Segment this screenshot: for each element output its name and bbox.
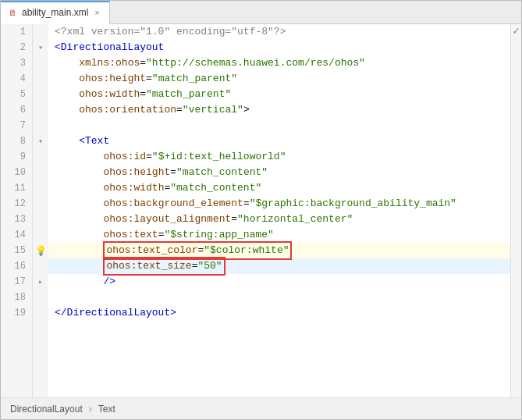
code-line-13: ohos:layout_alignment="horizontal_center…	[48, 212, 510, 227]
gutter-15: 💡	[33, 243, 48, 258]
dir-close-tag: </DirectionalLayout>	[55, 305, 176, 321]
line-num-2: 2	[1, 40, 32, 55]
text-size-highlighted: ohos:text_size="50"	[103, 257, 225, 276]
editor-main: 1 2 3 4 5 6 7 8 9 10 11 12 13 14 15 16 1…	[1, 24, 521, 397]
collapse-icon-17[interactable]: ▸	[38, 277, 43, 287]
gutter-14	[33, 227, 48, 243]
code-line-19: </DirectionalLayout>	[48, 305, 510, 321]
gutter-19	[33, 305, 48, 321]
th-attr: ohos:height	[103, 165, 170, 180]
status-bar: DirectionalLayout › Text	[1, 397, 521, 419]
line-num-15: 15	[1, 243, 32, 258]
code-line-16: ohos:text_size="50"	[48, 258, 510, 274]
bg-attr: ohos:background_element	[103, 196, 243, 212]
line-num-14: 14	[1, 227, 32, 243]
xmlns-attr: xmlns:ohos	[79, 55, 140, 71]
gutter-3	[33, 55, 48, 71]
height-attr: ohos:height	[79, 71, 146, 87]
code-line-17: />	[48, 274, 510, 290]
gutter-16	[33, 258, 48, 274]
th-val: "match_content"	[176, 165, 268, 180]
bg-val: "$graphic:background_ability_main"	[250, 196, 456, 212]
collapse-icon-2[interactable]: ▾	[38, 43, 43, 52]
line-num-18: 18	[1, 290, 32, 305]
line-num-12: 12	[1, 196, 32, 212]
id-val: "$+id:text_helloworld"	[152, 149, 286, 165]
width-attr: ohos:width	[79, 87, 140, 102]
line-num-13: 13	[1, 212, 32, 227]
line-num-4: 4	[1, 71, 32, 87]
gutter-13	[33, 212, 48, 227]
gutter-10	[33, 165, 48, 180]
line-numbers: 1 2 3 4 5 6 7 8 9 10 11 12 13 14 15 16 1…	[1, 24, 33, 397]
code-line-15: ohos:text_color="$color:white"	[48, 243, 510, 258]
code-content[interactable]: <?xml version="1.0" encoding="utf-8"?> <…	[48, 24, 510, 397]
checkmark-icon: ✓	[513, 24, 519, 37]
gutter-18	[33, 290, 48, 305]
editor-window: 🗎 ability_main.xml × 1 2 3 4 5 6 7 8 9 1…	[0, 0, 522, 420]
self-close-tag: />	[103, 274, 115, 290]
orient-attr: ohos:orientation	[79, 102, 176, 118]
code-line-6: ohos:orientation="vertical">	[48, 102, 510, 118]
code-line-10: ohos:height="match_content"	[48, 165, 510, 180]
code-line-1: <?xml version="1.0" encoding="utf-8"?>	[48, 24, 510, 40]
tab-close-button[interactable]: ×	[93, 8, 101, 17]
line-num-6: 6	[1, 102, 32, 118]
tw-val: "match_content"	[170, 180, 261, 196]
code-line-12: ohos:background_element="$graphic:backgr…	[48, 196, 510, 212]
editor-area[interactable]: 1 2 3 4 5 6 7 8 9 10 11 12 13 14 15 16 1…	[1, 24, 521, 397]
gutter-5	[33, 87, 48, 102]
code-line-3: xmlns:ohos="http://schemas.huawei.com/re…	[48, 55, 510, 71]
gutter-1	[33, 24, 48, 40]
right-gutter: ✓	[510, 24, 521, 397]
warning-icon-15: 💡	[35, 245, 47, 257]
text-val: "$string:app_name"	[164, 227, 273, 243]
dir-layout-tag: <DirectionalLayout	[55, 40, 164, 55]
gutter-11	[33, 180, 48, 196]
line-num-5: 5	[1, 87, 32, 102]
gutter-6	[33, 102, 48, 118]
line-num-19: 19	[1, 305, 32, 321]
ts-val: "50"	[197, 260, 222, 272]
id-attr: ohos:id	[103, 149, 146, 165]
code-line-11: ohos:width="match_content"	[48, 180, 510, 196]
breadcrumb-sep: ›	[89, 404, 92, 415]
line-num-1: 1	[1, 24, 32, 40]
orient-val: "vertical"	[183, 102, 243, 118]
gutter-2[interactable]: ▾	[33, 40, 48, 55]
tc-val: "$color:white"	[204, 244, 289, 256]
text-attr: ohos:text	[103, 227, 158, 243]
code-line-9: ohos:id="$+id:text_helloworld"	[48, 149, 510, 165]
line-num-17: 17	[1, 274, 32, 290]
collapse-icon-8[interactable]: ▾	[38, 137, 43, 146]
gutter-8[interactable]: ▾	[33, 133, 48, 149]
code-line-8: <Text	[48, 133, 510, 149]
line-num-11: 11	[1, 180, 32, 196]
gutter-9	[33, 149, 48, 165]
line-num-16: 16	[1, 258, 32, 274]
xmlns-val: "http://schemas.huawei.com/res/ohos"	[146, 55, 365, 71]
ts-attr: ohos:text_size	[106, 260, 191, 272]
code-line-2: <DirectionalLayout	[48, 40, 510, 55]
line-num-8: 8	[1, 133, 32, 149]
code-line-5: ohos:width="match_parent"	[48, 87, 510, 102]
line-num-10: 10	[1, 165, 32, 180]
line-num-9: 9	[1, 149, 32, 165]
code-line-7	[48, 118, 510, 133]
gutter-17[interactable]: ▸	[33, 274, 48, 290]
text-tag: <Text	[79, 133, 109, 149]
code-line-14: ohos:text="$string:app_name"	[48, 227, 510, 243]
align-val: "horizontal_center"	[237, 212, 353, 227]
tab-bar: 🗎 ability_main.xml ×	[1, 1, 521, 24]
xml-file-icon: 🗎	[9, 8, 17, 17]
tab-label: ability_main.xml	[22, 7, 88, 18]
height-val: "match_parent"	[152, 71, 237, 87]
tc-attr: ohos:text_color	[106, 244, 197, 256]
xml-decl-text: <?xml version="1.0" encoding="utf-8"?>	[55, 24, 286, 40]
line-num-7: 7	[1, 118, 32, 133]
code-line-18	[48, 290, 510, 305]
line-num-3: 3	[1, 55, 32, 71]
tab-ability-main[interactable]: 🗎 ability_main.xml ×	[1, 1, 110, 24]
gutter-7	[33, 118, 48, 133]
gutter-12	[33, 196, 48, 212]
